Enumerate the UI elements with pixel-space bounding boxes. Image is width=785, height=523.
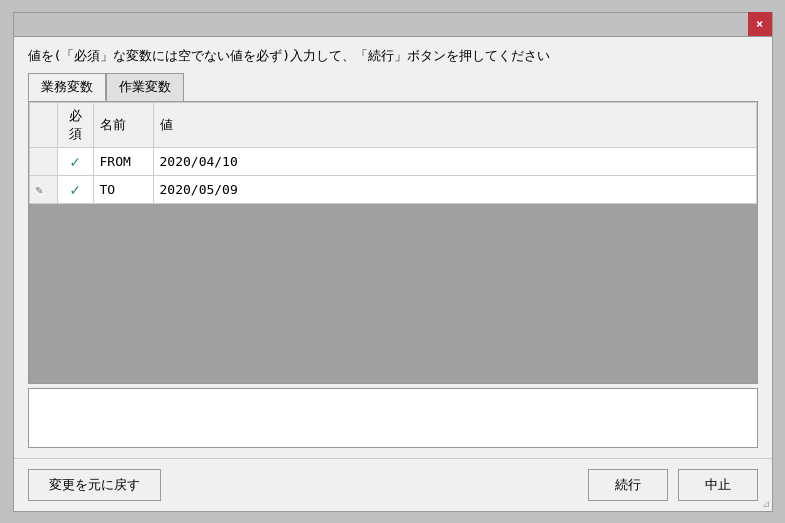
instruction-text: 値を(「必須」な変数には空でない値を必ず)入力して、「続行」ボタンを押してくださ… bbox=[28, 47, 758, 65]
tab-business-vars[interactable]: 業務変数 bbox=[28, 73, 106, 101]
close-button[interactable]: × bbox=[748, 12, 772, 36]
cell-value[interactable] bbox=[153, 175, 756, 203]
header-name: 名前 bbox=[93, 102, 153, 147]
footer-right-buttons: 続行 中止 bbox=[588, 469, 758, 501]
header-required: 必須 bbox=[57, 102, 93, 147]
dialog-content: 値を(「必須」な変数には空でない値を必ず)入力して、「続行」ボタンを押してくださ… bbox=[14, 37, 772, 458]
dialog: × 値を(「必須」な変数には空でない値を必ず)入力して、「続行」ボタンを押してく… bbox=[13, 12, 773, 512]
header-value: 値 bbox=[153, 102, 756, 147]
cell-name: FROM bbox=[93, 147, 153, 175]
titlebar: × bbox=[14, 13, 772, 37]
cell-edit bbox=[29, 147, 57, 175]
table-row: ✓FROM bbox=[29, 147, 756, 175]
table-container: 必須 名前 値 ✓FROM✎✓TO bbox=[28, 101, 758, 384]
cell-name: TO bbox=[93, 175, 153, 203]
resize-corner: ⊿ bbox=[762, 498, 770, 509]
header-edit bbox=[29, 102, 57, 147]
value-input-to[interactable] bbox=[160, 182, 750, 197]
reset-button[interactable]: 変更を元に戻す bbox=[28, 469, 161, 501]
check-icon: ✓ bbox=[70, 152, 80, 171]
cancel-button[interactable]: 中止 bbox=[678, 469, 758, 501]
text-area-box bbox=[28, 388, 758, 448]
variables-table: 必須 名前 値 ✓FROM✎✓TO bbox=[29, 102, 757, 204]
gray-area bbox=[29, 204, 757, 383]
check-icon: ✓ bbox=[70, 180, 80, 199]
footer: 変更を元に戻す 続行 中止 bbox=[14, 458, 772, 511]
cell-required: ✓ bbox=[57, 147, 93, 175]
cell-value[interactable] bbox=[153, 147, 756, 175]
tab-work-vars[interactable]: 作業変数 bbox=[106, 73, 184, 101]
edit-icon[interactable]: ✎ bbox=[36, 183, 43, 197]
value-input-from[interactable] bbox=[160, 154, 750, 169]
continue-button[interactable]: 続行 bbox=[588, 469, 668, 501]
tabs-container: 業務変数 作業変数 bbox=[28, 73, 758, 101]
table-row: ✎✓TO bbox=[29, 175, 756, 203]
cell-required: ✓ bbox=[57, 175, 93, 203]
cell-edit: ✎ bbox=[29, 175, 57, 203]
